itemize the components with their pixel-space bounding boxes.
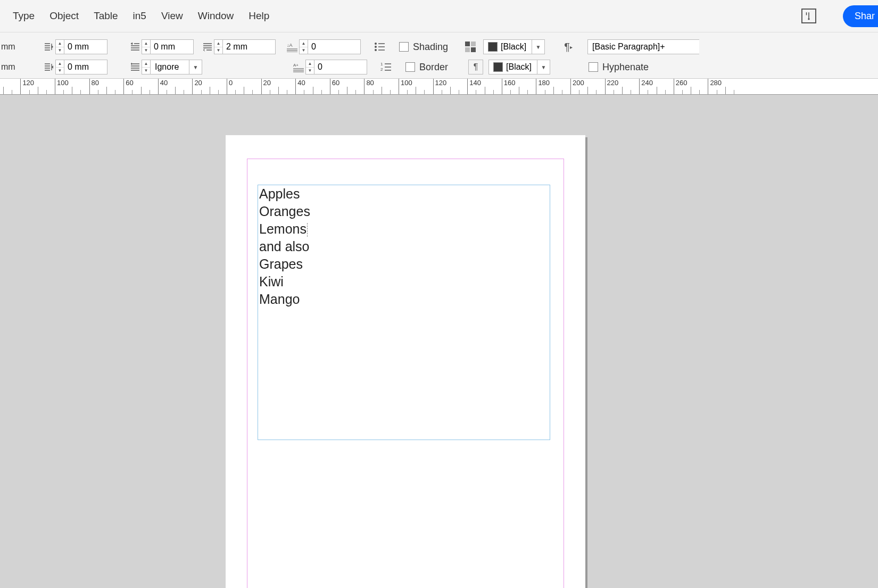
ruler-tick-minor xyxy=(459,90,459,94)
chevron-down-icon[interactable]: ▼ xyxy=(537,60,550,74)
pasteboard[interactable]: ApplesOrangesLemonsand alsoGrapesKiwiMan… xyxy=(0,95,878,588)
ruler-tick-minor xyxy=(175,87,176,94)
menu-help[interactable]: Help xyxy=(241,6,277,26)
svg-rect-5 xyxy=(471,42,476,46)
space-after-input[interactable] xyxy=(314,60,367,74)
stepper-up-icon[interactable]: ▲ xyxy=(306,60,314,68)
menu-view[interactable]: View xyxy=(154,6,190,26)
menu-bar: Type Object Table in5 View Window Help S… xyxy=(0,0,878,32)
left-indent-input[interactable] xyxy=(64,39,107,54)
border-checkbox[interactable]: Border xyxy=(405,62,448,73)
stepper-up-icon[interactable]: ▲ xyxy=(142,40,150,47)
right-indent-input[interactable] xyxy=(64,60,107,74)
space-after-field[interactable]: ▲▼ xyxy=(305,59,367,75)
text-line[interactable]: Mango xyxy=(258,291,550,308)
stepper-down-icon[interactable]: ▼ xyxy=(142,68,150,74)
ruler-tick-minor xyxy=(132,90,132,94)
ruler-tick-minor xyxy=(115,90,115,94)
chevron-down-icon[interactable]: ▼ xyxy=(189,60,202,74)
share-button[interactable]: Shar xyxy=(843,5,878,27)
hyphenate-checkbox[interactable]: Hyphenate xyxy=(589,62,649,73)
ruler-tick-minor xyxy=(657,87,657,94)
align-field[interactable]: ▲▼ xyxy=(142,60,150,74)
stepper-up-icon[interactable]: ▲ xyxy=(300,40,308,47)
menu-type[interactable]: Type xyxy=(5,6,42,26)
paragraph-style-dropdown[interactable] xyxy=(587,39,699,54)
ruler-tick: 0 xyxy=(227,79,233,95)
ruler-tick-minor xyxy=(80,90,81,94)
stepper-down-icon[interactable]: ▼ xyxy=(300,47,308,54)
first-line-indent-input[interactable] xyxy=(150,39,194,54)
ruler-tick-minor xyxy=(201,90,202,94)
horizontal-ruler[interactable]: 0204060801001201401601802002202402602802… xyxy=(0,79,878,95)
ruler-tick-minor xyxy=(29,90,30,94)
ruler-tick-minor xyxy=(614,90,614,94)
ruler-tick-minor xyxy=(717,90,717,94)
chevron-down-icon[interactable]: ▼ xyxy=(532,39,545,54)
unit-label-1: mm xyxy=(0,42,16,52)
ruler-tick: 220 xyxy=(605,79,619,95)
ruler-tick-minor xyxy=(150,90,150,94)
space-before-field[interactable]: ▲▼ xyxy=(299,39,361,55)
align-dropdown[interactable]: ▼ xyxy=(150,60,202,74)
ruler-tick-minor xyxy=(562,90,562,94)
ruler-tick-minor xyxy=(424,90,425,94)
ruler-tick-minor xyxy=(46,90,47,94)
menu-in5[interactable]: in5 xyxy=(126,6,154,26)
stepper-up-icon[interactable]: ▲ xyxy=(142,60,150,68)
text-line[interactable]: Grapes xyxy=(258,255,550,273)
left-indent-field[interactable]: ▲▼ xyxy=(55,39,107,55)
text-line[interactable]: Kiwi xyxy=(258,273,550,291)
text-line[interactable]: Lemons xyxy=(258,220,550,238)
menu-table[interactable]: Table xyxy=(86,6,125,26)
bulleted-list-icon[interactable] xyxy=(372,39,387,54)
stepper-up-icon[interactable]: ▲ xyxy=(56,60,64,68)
pilcrow-icon[interactable]: ¶▸ xyxy=(561,39,576,54)
stepper-up-icon[interactable]: ▲ xyxy=(214,40,222,47)
last-line-indent-input[interactable] xyxy=(222,39,276,54)
right-indent-field[interactable]: ▲▼ xyxy=(55,59,107,75)
stepper-down-icon[interactable]: ▼ xyxy=(306,68,314,74)
ruler-tick: 260 xyxy=(674,79,688,95)
ruler-tick-minor xyxy=(373,90,374,94)
ruler-tick-minor xyxy=(725,87,726,94)
shading-color-value: [Black] xyxy=(501,42,526,52)
space-before-input[interactable] xyxy=(308,39,361,54)
document-page[interactable]: ApplesOrangesLemonsand alsoGrapesKiwiMan… xyxy=(226,135,585,588)
align-to-baseline-icon xyxy=(129,59,142,75)
shading-color-dropdown[interactable]: [Black] ▼ xyxy=(483,39,545,54)
text-line[interactable]: Oranges xyxy=(258,203,550,220)
ruler-tick-minor xyxy=(218,90,219,94)
first-line-indent-field[interactable]: ▲▼ xyxy=(142,39,194,55)
ruler-tick-minor xyxy=(98,90,98,94)
ruler-tick-minor xyxy=(184,90,184,94)
stepper-down-icon[interactable]: ▼ xyxy=(56,47,64,54)
shading-swatch-icon[interactable] xyxy=(463,39,478,54)
border-color-dropdown[interactable]: [Black] ▼ xyxy=(488,60,550,74)
ruler-tick-minor xyxy=(338,90,339,94)
ruler-tick-minor xyxy=(691,87,691,94)
paragraph-style-input[interactable] xyxy=(587,39,699,54)
svg-rect-7 xyxy=(471,47,476,52)
shading-checkbox[interactable]: Shading xyxy=(399,42,448,53)
ruler-tick-minor xyxy=(519,87,519,94)
ruler-tick: 240 xyxy=(639,79,653,95)
stepper-down-icon[interactable]: ▼ xyxy=(142,47,150,54)
stepper-down-icon[interactable]: ▼ xyxy=(214,47,222,54)
touch-mode-icon[interactable] xyxy=(801,9,816,23)
ruler-tick-minor xyxy=(141,87,142,94)
svg-point-2 xyxy=(375,46,377,48)
ruler-tick-minor xyxy=(631,90,631,94)
stepper-up-icon[interactable]: ▲ xyxy=(56,40,64,47)
align-dropdown-input[interactable] xyxy=(150,60,189,74)
last-line-indent-field[interactable]: ▲▼ xyxy=(214,39,276,55)
ruler-tick-minor xyxy=(734,90,734,94)
text-frame[interactable]: ApplesOrangesLemonsand alsoGrapesKiwiMan… xyxy=(258,185,550,440)
numbered-list-icon[interactable]: 12 xyxy=(379,60,394,74)
stepper-down-icon[interactable]: ▼ xyxy=(56,68,64,74)
text-line[interactable]: Apples xyxy=(258,185,550,203)
text-line[interactable]: and also xyxy=(258,238,550,255)
menu-window[interactable]: Window xyxy=(190,6,242,26)
menu-object[interactable]: Object xyxy=(42,6,86,26)
paragraph-direction-icon[interactable]: ¶ xyxy=(468,60,483,74)
